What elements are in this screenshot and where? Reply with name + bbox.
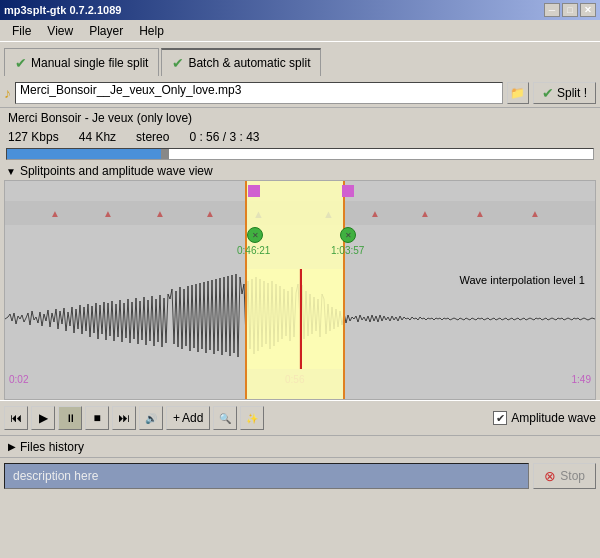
maximize-button[interactable]: □ bbox=[562, 3, 578, 17]
splitpoint-dot-right[interactable]: ✕ bbox=[340, 227, 356, 243]
files-history-label: Files history bbox=[20, 440, 84, 454]
bottom-bar: description here ⊗ Stop bbox=[0, 458, 600, 494]
volume-icon: 🔊 bbox=[145, 413, 157, 424]
arrow-marker-1: ▲ bbox=[50, 208, 60, 219]
wave-interp-label: Wave interpolation level 1 bbox=[459, 274, 585, 286]
minimize-button[interactable]: ─ bbox=[544, 3, 560, 17]
split-check-icon: ✔ bbox=[542, 85, 554, 101]
add-plus-icon: + bbox=[173, 411, 180, 425]
volume-button[interactable]: 🔊 bbox=[139, 406, 163, 430]
track-mode: stereo bbox=[136, 130, 169, 144]
time-marker-right: 1:49 bbox=[572, 374, 591, 385]
amplitude-check-icon: ✔ bbox=[496, 412, 505, 425]
playhead-line bbox=[300, 269, 302, 369]
folder-icon: 📁 bbox=[510, 86, 525, 100]
pause-icon: ⏸ bbox=[65, 412, 76, 424]
selection-region bbox=[245, 181, 345, 399]
wave-section-header: ▼ Splitpoints and amplitude wave view bbox=[0, 162, 600, 180]
splitpoint-time-right: 1:03:57 bbox=[331, 245, 364, 256]
files-history-row[interactable]: ▶ Files history bbox=[0, 436, 600, 458]
description-field[interactable]: description here bbox=[4, 463, 529, 489]
progress-handle[interactable] bbox=[161, 149, 169, 159]
track-title: Merci Bonsoir - Je veux (only love) bbox=[0, 108, 600, 128]
amplitude-check-container[interactable]: ✔ Amplitude wave bbox=[493, 411, 596, 425]
wave-container[interactable]: ▲ ▲ ▲ ▲ ▲ ▲ ▲ ▲ ▲ ▲ ✕ ✕ 0:46:21 1:03:57 … bbox=[4, 180, 596, 400]
stop-action-label: Stop bbox=[560, 469, 585, 483]
titlebar-buttons: ─ □ ✕ bbox=[544, 3, 596, 17]
menu-help[interactable]: Help bbox=[131, 22, 172, 40]
controls-row: ⏮ ▶ ⏸ ■ ⏭ 🔊 + Add 🔍 ✨ ✔ Amplitude wave bbox=[0, 400, 600, 436]
arrow-marker-3: ▲ bbox=[155, 208, 165, 219]
arrow-marker-4: ▲ bbox=[205, 208, 215, 219]
forward-end-button[interactable]: ⏭ bbox=[112, 406, 136, 430]
dot-right-x-icon: ✕ bbox=[345, 231, 352, 240]
arrow-marker-5: ▲ bbox=[370, 208, 380, 219]
close-button[interactable]: ✕ bbox=[580, 3, 596, 17]
stop-button[interactable]: ■ bbox=[85, 406, 109, 430]
pause-button[interactable]: ⏸ bbox=[58, 406, 82, 430]
progress-bar[interactable] bbox=[6, 148, 594, 160]
music-icon: ♪ bbox=[4, 85, 11, 101]
filebar: ♪ Merci_Bonsoir__Je_veux_Only_love.mp3 📁… bbox=[0, 78, 600, 108]
titlebar-title: mp3splt-gtk 0.7.2.1089 bbox=[4, 4, 121, 16]
tabbar: ✔ Manual single file split ✔ Batch & aut… bbox=[0, 42, 600, 78]
menu-view[interactable]: View bbox=[39, 22, 81, 40]
tab-manual-check-icon: ✔ bbox=[15, 55, 27, 71]
splitpoint-square-right[interactable] bbox=[342, 185, 354, 197]
play-icon: ▶ bbox=[39, 411, 48, 425]
rewind-start-button[interactable]: ⏮ bbox=[4, 406, 28, 430]
time-marker-left: 0:02 bbox=[9, 374, 28, 385]
splitpoint-time-left: 0:46:21 bbox=[237, 245, 270, 256]
amplitude-checkbox[interactable]: ✔ bbox=[493, 411, 507, 425]
track-name: Merci Bonsoir - Je veux (only love) bbox=[8, 111, 192, 125]
menu-file[interactable]: File bbox=[4, 22, 39, 40]
forward-end-icon: ⏭ bbox=[118, 411, 130, 425]
magic-button[interactable]: ✨ bbox=[240, 406, 264, 430]
arrow-marker-8: ▲ bbox=[530, 208, 540, 219]
files-history-arrow-icon: ▶ bbox=[8, 441, 16, 452]
tab-batch-check-icon: ✔ bbox=[172, 55, 184, 71]
open-folder-button[interactable]: 📁 bbox=[507, 82, 529, 104]
split-label: Split ! bbox=[557, 86, 587, 100]
track-bitrate: 127 Kbps bbox=[8, 130, 59, 144]
stop-action-button[interactable]: ⊗ Stop bbox=[533, 463, 596, 489]
dot-left-x-icon: ✕ bbox=[252, 231, 259, 240]
progress-fill bbox=[7, 149, 165, 159]
stop-icon: ■ bbox=[93, 411, 100, 425]
track-freq: 44 Khz bbox=[79, 130, 116, 144]
binoculars-button[interactable]: 🔍 bbox=[213, 406, 237, 430]
magic-icon: ✨ bbox=[246, 413, 258, 424]
titlebar: mp3splt-gtk 0.7.2.1089 ─ □ ✕ bbox=[0, 0, 600, 20]
splitpoint-square-left[interactable] bbox=[248, 185, 260, 197]
wave-header-label: Splitpoints and amplitude wave view bbox=[20, 164, 213, 178]
tab-batch-label: Batch & automatic split bbox=[188, 56, 310, 70]
menu-player[interactable]: Player bbox=[81, 22, 131, 40]
split-button[interactable]: ✔ Split ! bbox=[533, 82, 596, 104]
binoculars-icon: 🔍 bbox=[219, 413, 231, 424]
add-label: Add bbox=[182, 411, 203, 425]
waveform-area: Wave interpolation level 1 bbox=[5, 269, 595, 369]
description-text: description here bbox=[13, 469, 98, 483]
menubar: File View Player Help bbox=[0, 20, 600, 42]
arrow-marker-7: ▲ bbox=[475, 208, 485, 219]
add-button[interactable]: + Add bbox=[166, 406, 210, 430]
filename-field[interactable]: Merci_Bonsoir__Je_veux_Only_love.mp3 bbox=[15, 82, 503, 104]
tab-manual-label: Manual single file split bbox=[31, 56, 148, 70]
tab-manual[interactable]: ✔ Manual single file split bbox=[4, 48, 159, 76]
wave-header-arrow-icon: ▼ bbox=[6, 166, 16, 177]
stop-action-icon: ⊗ bbox=[544, 468, 556, 484]
amplitude-label: Amplitude wave bbox=[511, 411, 596, 425]
track-position: 0 : 56 / 3 : 43 bbox=[189, 130, 259, 144]
splitpoint-dot-left[interactable]: ✕ bbox=[247, 227, 263, 243]
play-button[interactable]: ▶ bbox=[31, 406, 55, 430]
arrow-marker-2: ▲ bbox=[103, 208, 113, 219]
tab-batch[interactable]: ✔ Batch & automatic split bbox=[161, 48, 321, 76]
track-details: 127 Kbps 44 Khz stereo 0 : 56 / 3 : 43 bbox=[0, 128, 600, 146]
arrow-marker-6: ▲ bbox=[420, 208, 430, 219]
progress-container bbox=[0, 146, 600, 162]
rewind-start-icon: ⏮ bbox=[10, 411, 22, 425]
filename-text: Merci_Bonsoir__Je_veux_Only_love.mp3 bbox=[20, 83, 241, 97]
